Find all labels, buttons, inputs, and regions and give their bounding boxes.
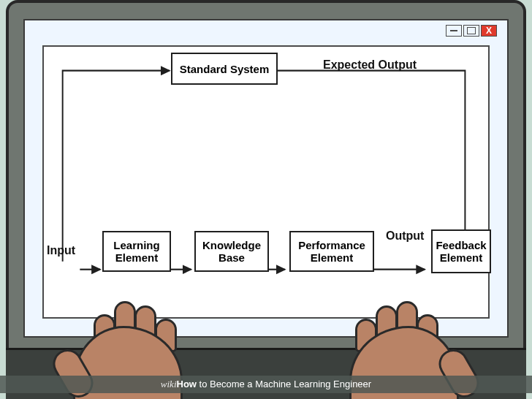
box-performance-element-label: Performance Element bbox=[298, 239, 365, 264]
minimize-button[interactable] bbox=[446, 25, 462, 37]
caption-title: to Become a Machine Learning Engineer bbox=[197, 379, 371, 390]
box-learning-element-label: Learning Element bbox=[113, 239, 159, 264]
maximize-button[interactable] bbox=[463, 25, 479, 37]
diagram-canvas: Input Standard System Expected Output Le… bbox=[42, 45, 490, 319]
expected-output-label: Expected Output bbox=[323, 58, 417, 72]
window-controls: X bbox=[446, 25, 497, 37]
brand-prefix: wiki bbox=[161, 379, 177, 390]
diagram-arrows bbox=[44, 47, 488, 317]
input-label: Input bbox=[47, 244, 75, 257]
brand-suffix: How bbox=[177, 379, 197, 390]
caption-bar: wikiHow to Become a Machine Learning Eng… bbox=[0, 376, 532, 393]
box-standard-system: Standard System bbox=[171, 53, 278, 85]
close-icon: X bbox=[486, 26, 492, 35]
box-knowledge-base: Knowledge Base bbox=[194, 231, 269, 272]
box-standard-system-label: Standard System bbox=[180, 63, 270, 75]
box-knowledge-base-label: Knowledge Base bbox=[202, 239, 261, 264]
box-performance-element: Performance Element bbox=[289, 231, 374, 272]
box-learning-element: Learning Element bbox=[102, 231, 171, 272]
box-feedback-element: Feedback Element bbox=[431, 229, 491, 273]
close-button[interactable]: X bbox=[481, 25, 497, 37]
box-feedback-element-label: Feedback Element bbox=[436, 239, 486, 264]
output-label: Output bbox=[386, 229, 424, 243]
